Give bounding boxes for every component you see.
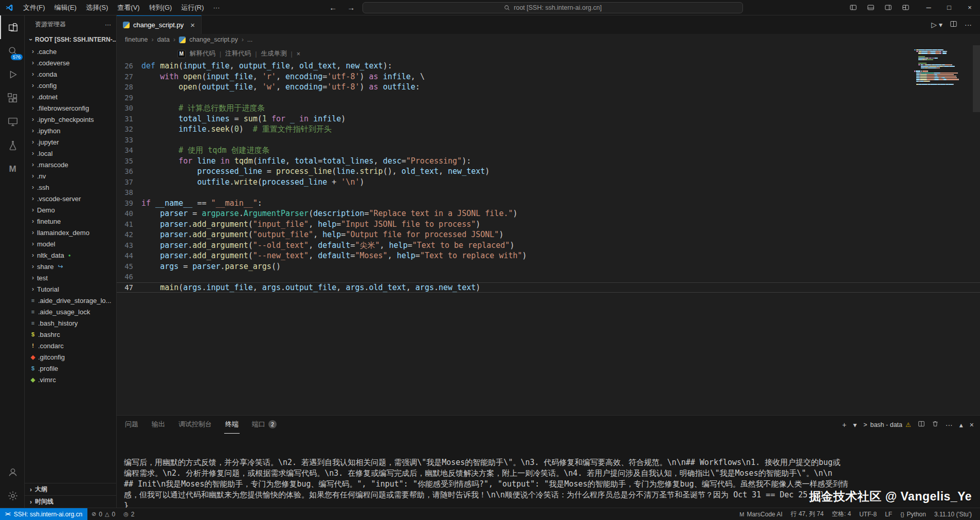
ai-action-0[interactable]: 解释代码 — [190, 49, 215, 58]
tree-item-.aide_drive_storage_lo...[interactable]: ≡.aide_drive_storage_lo... — [25, 295, 116, 306]
tree-item-Tutorial[interactable]: ›Tutorial — [25, 283, 116, 295]
status-language-mode[interactable]: {}Python — [896, 511, 930, 518]
code-line-28[interactable]: 28 open(output_file, 'w', encoding='utf-… — [117, 82, 980, 93]
back-button[interactable]: ← — [326, 3, 339, 12]
forward-button[interactable]: → — [344, 3, 357, 12]
remote-indicator[interactable]: >< SSH: ssh.intern-ai.org.cn — [0, 508, 87, 520]
status-marscode-ai[interactable]: MMarsCode AI — [735, 511, 787, 518]
code-line-26[interactable]: 26def main(input_file, output_file, old_… — [117, 61, 980, 71]
tree-item-.config[interactable]: ›.config — [25, 80, 116, 91]
terminal-dropdown-icon[interactable]: ▾ — [853, 421, 857, 429]
panel-tab-端口[interactable]: 端口2 — [251, 416, 278, 434]
kill-terminal-icon[interactable] — [932, 420, 939, 429]
status-indentation[interactable]: 空格: 4 — [828, 510, 855, 518]
tree-item-model[interactable]: ›model — [25, 238, 116, 249]
menu-item-5[interactable]: 运行(R) — [176, 2, 208, 13]
breadcrumb-item-2[interactable]: change_script.py — [189, 36, 238, 43]
code-line-27[interactable]: 27 with open(input_file, 'r', encoding='… — [117, 71, 980, 82]
tree-item-.dotnet[interactable]: ›.dotnet — [25, 91, 116, 102]
code-line-38[interactable]: 38 — [117, 187, 980, 198]
tree-item-.ssh[interactable]: ›.ssh — [25, 182, 116, 193]
status-python-interpreter[interactable]: 3.11.10 ('Stu') — [930, 511, 976, 518]
code-line-31[interactable]: 31 total_lines = sum(1 for _ in infile) — [117, 114, 980, 124]
settings-gear-icon[interactable] — [0, 484, 24, 508]
remote-explorer-icon[interactable] — [0, 110, 24, 134]
menu-item-3[interactable]: 查看(V) — [113, 2, 144, 13]
tab-close-icon[interactable]: × — [190, 21, 195, 29]
tree-item-.condarc[interactable]: !.condarc — [25, 340, 116, 351]
tree-item-share[interactable]: ›share↪ — [25, 261, 116, 272]
timeline-section[interactable]: › 时间线 — [25, 495, 116, 508]
account-icon[interactable] — [0, 460, 24, 484]
menu-more[interactable]: ··· — [208, 2, 224, 13]
ai-action-1[interactable]: 注释代码 — [225, 49, 251, 58]
code-line-30[interactable]: 30 # 计算总行数用于进度条 — [117, 103, 980, 114]
tree-item-.jupyter[interactable]: ›.jupyter — [25, 136, 116, 148]
toggle-secondary-sidebar-icon[interactable] — [880, 1, 896, 14]
panel-more-actions-icon[interactable]: ··· — [946, 421, 953, 429]
marscode-ai-icon[interactable]: M — [0, 157, 24, 181]
code-line-40[interactable]: 40 parser = argparse.ArgumentParser(desc… — [117, 208, 980, 219]
code-line-42[interactable]: 42 parser.add_argument("output_file", he… — [117, 229, 980, 240]
minimize-button[interactable]: ─ — [918, 0, 939, 15]
ports-status[interactable]: ◎ 2 — [119, 511, 138, 518]
panel-tab-调试控制台[interactable]: 调试控制台 — [177, 416, 213, 434]
code-line-34[interactable]: 34 # 使用 tqdm 创建进度条 — [117, 145, 980, 156]
tree-item-.profile[interactable]: $.profile — [25, 363, 116, 374]
editor-more-actions-icon[interactable]: ··· — [965, 21, 972, 29]
status-cursor-position[interactable]: 行 47, 列 74 — [787, 510, 828, 518]
status-eol[interactable]: LF — [881, 511, 896, 518]
breadcrumb-item-3[interactable]: ... — [247, 36, 252, 43]
tree-item-.bash_history[interactable]: ≡.bash_history — [25, 317, 116, 329]
menu-item-1[interactable]: 编辑(E) — [50, 2, 81, 13]
editor-scrollbar[interactable] — [973, 45, 980, 415]
split-terminal-icon[interactable] — [918, 420, 925, 429]
code-line-43[interactable]: 43 parser.add_argument("--old_text", def… — [117, 240, 980, 251]
extensions-icon[interactable] — [0, 86, 24, 110]
toggle-panel-icon[interactable] — [863, 1, 878, 14]
tree-item-test[interactable]: ›test — [25, 272, 116, 283]
menu-item-0[interactable]: 文件(F) — [19, 2, 50, 13]
menu-item-4[interactable]: 转到(G) — [144, 2, 177, 13]
code-line-36[interactable]: 36 processed_line = process_line(line.st… — [117, 166, 980, 177]
scrollbar-thumb[interactable] — [973, 45, 980, 112]
tree-item-finetune[interactable]: ›finetune — [25, 216, 116, 227]
problems-status[interactable]: ⊘ 0 △ 0 — [87, 511, 119, 518]
close-button[interactable]: × — [959, 0, 980, 15]
code-line-41[interactable]: 41 parser.add_argument("input_file", hel… — [117, 219, 980, 230]
search-icon[interactable]: 576 — [0, 39, 24, 63]
tab-change-script[interactable]: change_script.py × — [117, 15, 202, 34]
tree-root[interactable]: › ROOT [SSH: SSH.INTERN-... — [25, 33, 116, 46]
tree-item-.filebrowserconfig[interactable]: ›.filebrowserconfig — [25, 102, 116, 114]
tree-item-.ipython[interactable]: ›.ipython — [25, 125, 116, 136]
testing-icon[interactable] — [0, 134, 24, 157]
tree-item-.marscode[interactable]: ›.marscode — [25, 159, 116, 170]
code-line-37[interactable]: 37 outfile.write(processed_line + '\n') — [117, 177, 980, 188]
tree-item-.bashrc[interactable]: $.bashrc — [25, 329, 116, 340]
tree-item-llamaindex_demo[interactable]: ›llamaindex_demo — [25, 227, 116, 238]
maximize-panel-icon[interactable]: ▴ — [959, 421, 963, 429]
tree-item-.cache[interactable]: ›.cache — [25, 46, 116, 57]
close-panel-icon[interactable]: × — [970, 421, 974, 429]
menu-item-2[interactable]: 选择(S) — [81, 2, 113, 13]
toggle-sidebar-icon[interactable] — [845, 1, 861, 14]
panel-tab-终端[interactable]: 终端 — [224, 416, 240, 434]
breadcrumb-item-0[interactable]: finetune — [125, 36, 148, 43]
tree-item-.vscode-server[interactable]: ›.vscode-server — [25, 193, 116, 204]
code-line-35[interactable]: 35 for line in tqdm(infile, total=total_… — [117, 156, 980, 167]
code-line-29[interactable]: 29 — [117, 93, 980, 103]
maximize-button[interactable]: □ — [939, 0, 959, 15]
tree-item-.aide_usage_lock[interactable]: ≡.aide_usage_lock — [25, 306, 116, 317]
panel-tab-输出[interactable]: 输出 — [151, 416, 166, 434]
ai-widget-close-icon[interactable]: × — [297, 50, 300, 58]
breadcrumb-item-1[interactable]: data — [157, 36, 170, 43]
code-line-47[interactable]: 47 main(args.input_file, args.output_fil… — [117, 282, 980, 293]
tree-item-.local[interactable]: ›.local — [25, 148, 116, 159]
panel-tab-问题[interactable]: 问题 — [124, 416, 139, 434]
terminal-picker[interactable]: > bash - data ⚠ — [863, 421, 911, 428]
ai-action-2[interactable]: 生成单测 — [261, 49, 287, 58]
code-line-44[interactable]: 44 parser.add_argument("--new_text", def… — [117, 250, 980, 261]
run-debug-icon[interactable] — [0, 63, 24, 86]
tree-item-.vimrc[interactable]: ◆.vimrc — [25, 374, 116, 385]
tree-item-.codeverse[interactable]: ›.codeverse — [25, 57, 116, 68]
